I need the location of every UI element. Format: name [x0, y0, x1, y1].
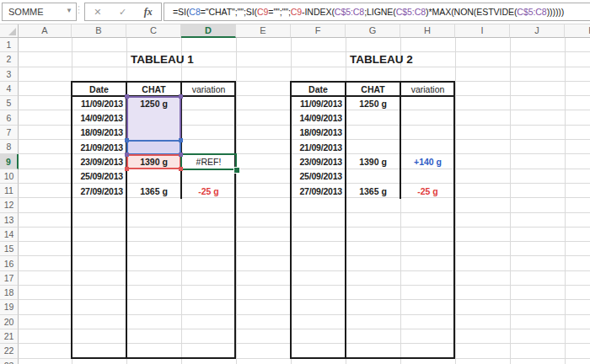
row-header-6[interactable]: 6 [0, 110, 19, 125]
row-headers: 1234567891011121314151617181920212223 [0, 38, 19, 364]
select-all-corner[interactable] [0, 24, 19, 38]
row-header-21[interactable]: 21 [0, 329, 19, 344]
cell-B8[interactable]: 21/09/2013 [72, 140, 126, 154]
fill-handle[interactable] [233, 167, 240, 174]
cancel-icon[interactable]: ✕ [94, 7, 101, 18]
cell-B4[interactable]: Date [72, 82, 126, 96]
row-header-20[interactable]: 20 [0, 315, 19, 329]
formula-part: ="";""; [268, 7, 290, 17]
formula-buttons: ✕ ✓ fx [84, 3, 162, 21]
table1-title: TABLEAU 1 [72, 52, 253, 67]
cell-B9[interactable]: 23/09/2013 [72, 154, 126, 169]
cell-F5[interactable]: 11/09/2013 [291, 96, 346, 110]
cell-F10[interactable]: 25/09/2013 [291, 169, 346, 184]
row-header-2[interactable]: 2 [0, 52, 19, 67]
enter-icon[interactable]: ✓ [119, 7, 126, 18]
cell-C5[interactable]: 1250 g [126, 96, 181, 110]
column-header-E[interactable]: E [236, 24, 291, 38]
name-box[interactable]: SOMME ▼ [2, 3, 77, 21]
formula-input[interactable]: =SI(C8="CHAT";"";SI(C9="";"";C9-INDEX(C$… [164, 3, 590, 21]
cell-H9[interactable]: +140 g [400, 154, 455, 169]
column-header-B[interactable]: B [72, 24, 126, 38]
formula-part: ="CHAT";"";SI( [201, 7, 257, 17]
purple-range-handle[interactable] [179, 94, 183, 99]
cell-G11[interactable]: 1365 g [346, 184, 400, 198]
row-header-16[interactable]: 16 [0, 256, 19, 270]
column-header-D[interactable]: D [181, 24, 236, 38]
formula-part: C9 [291, 7, 302, 17]
cell-C4[interactable]: CHAT [126, 82, 181, 96]
row-header-14[interactable]: 14 [0, 228, 19, 242]
column-header-H[interactable]: H [400, 24, 455, 38]
cell-H4[interactable]: variation [400, 82, 455, 96]
row-header-23[interactable]: 23 [0, 359, 19, 364]
purple-range-handle[interactable] [179, 153, 183, 157]
purple-range-handle[interactable] [125, 153, 129, 157]
formula-part: C9 [257, 7, 268, 17]
name-box-dropdown-icon[interactable]: ▼ [66, 7, 72, 14]
cell-C11[interactable]: 1365 g [126, 184, 181, 198]
column-header-I[interactable]: I [455, 24, 510, 38]
cell-G9[interactable]: 1390 g [346, 154, 400, 169]
column-header-K[interactable]: K [565, 24, 590, 38]
cell-B7[interactable]: 18/09/2013 [72, 126, 126, 140]
cell-B11[interactable]: 27/09/2013 [72, 184, 126, 198]
red-range-handle[interactable] [125, 167, 129, 171]
table2-title: TABLEAU 2 [291, 52, 472, 67]
active-cell-border-D9[interactable] [180, 153, 237, 170]
cell-F11[interactable]: 27/09/2013 [291, 184, 346, 198]
cell-B5[interactable]: 11/09/2013 [72, 96, 126, 110]
insert-function-icon[interactable]: fx [144, 6, 153, 19]
cell-F6[interactable]: 14/09/2013 [291, 111, 346, 126]
blue-range-handle[interactable] [179, 138, 183, 142]
formula-part: C8 [189, 7, 200, 17]
row-header-3[interactable]: 3 [0, 67, 19, 82]
row-header-18[interactable]: 18 [0, 286, 19, 300]
formula-part: C$5:C8 [335, 7, 364, 17]
formula-part: ;LIGNE( [364, 7, 396, 17]
row-header-7[interactable]: 7 [0, 126, 19, 140]
cell-F7[interactable]: 18/09/2013 [291, 126, 346, 140]
cell-D11[interactable]: -25 g [181, 184, 236, 198]
column-header-A[interactable]: A [19, 24, 72, 38]
column-header-J[interactable]: J [510, 24, 565, 38]
blue-range-handle[interactable] [125, 138, 129, 142]
cell-G5[interactable]: 1250 g [346, 96, 400, 110]
cell-G4[interactable]: CHAT [346, 82, 400, 96]
purple-range-handle[interactable] [125, 94, 129, 99]
blue-range-highlight-C8 [126, 140, 181, 155]
row-header-11[interactable]: 11 [0, 184, 19, 198]
row-header-4[interactable]: 4 [0, 82, 19, 96]
excel-window: SOMME ▼ ⋮ ✕ ✓ fx =SI(C8="CHAT";"";SI(C9=… [0, 0, 590, 364]
formula-part: C$5:C8 [396, 7, 426, 17]
cell-F4[interactable]: Date [291, 82, 346, 96]
cell-F9[interactable]: 23/09/2013 [291, 154, 346, 169]
cell-C9[interactable]: 1390 g [126, 154, 181, 169]
formula-part: =SI( [173, 7, 189, 17]
row-header-8[interactable]: 8 [0, 140, 19, 154]
row-header-15[interactable]: 15 [0, 242, 19, 256]
cell-H11[interactable]: -25 g [400, 184, 455, 198]
cell-F8[interactable]: 21/09/2013 [291, 140, 346, 154]
cell-B6[interactable]: 14/09/2013 [72, 111, 126, 126]
row-header-5[interactable]: 5 [0, 96, 19, 110]
formula-bar: SOMME ▼ ⋮ ✕ ✓ fx =SI(C8="CHAT";"";SI(C9=… [0, 0, 590, 24]
formula-part: )))))) [547, 7, 565, 17]
cell-B10[interactable]: 25/09/2013 [72, 169, 126, 184]
row-header-19[interactable]: 19 [0, 300, 19, 314]
cell-D4[interactable]: variation [181, 82, 236, 96]
column-headers: ABCDEFGHIJK [19, 24, 590, 38]
column-header-G[interactable]: G [346, 24, 400, 38]
row-header-1[interactable]: 1 [0, 38, 19, 52]
row-header-22[interactable]: 22 [0, 344, 19, 358]
row-header-12[interactable]: 12 [0, 198, 19, 212]
column-header-C[interactable]: C [126, 24, 181, 38]
row-header-13[interactable]: 13 [0, 213, 19, 228]
row-header-9[interactable]: 9 [0, 154, 19, 169]
row-header-10[interactable]: 10 [0, 169, 19, 184]
column-header-F[interactable]: F [291, 24, 346, 38]
drag-handle-icon: ⋮ [74, 5, 83, 14]
formula-part: )*MAX(NON(ESTVIDE( [426, 7, 517, 17]
row-header-17[interactable]: 17 [0, 271, 19, 286]
red-range-handle[interactable] [179, 167, 183, 171]
